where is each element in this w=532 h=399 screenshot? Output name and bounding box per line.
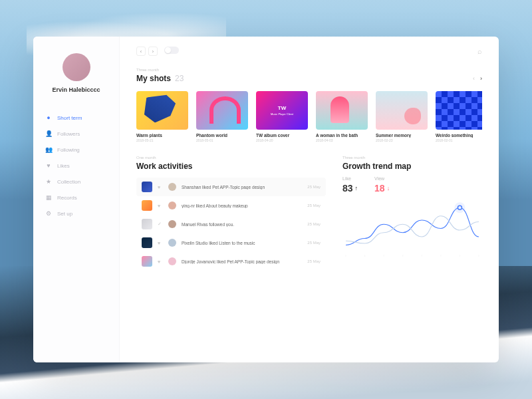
- shot-card[interactable]: Warm plants2018-05-21: [136, 91, 188, 142]
- bottom-panels: One month Work activities ♥Shanshan like…: [136, 156, 482, 271]
- sidebar-item-records[interactable]: ▦Records: [45, 190, 107, 205]
- shot-card[interactable]: Weirdo something2018-02-01: [436, 91, 482, 142]
- activity-avatar: [168, 257, 176, 265]
- shot-date: 2018-04-03: [316, 138, 368, 142]
- growth-title: Growth trend map: [342, 162, 482, 171]
- activity-text: Manuel Rivas followed you.: [182, 222, 302, 227]
- activity-date: 25 May: [307, 259, 321, 263]
- nav-icon: ♥: [45, 162, 52, 169]
- activity-date: 25 May: [307, 185, 321, 189]
- activity-text: Shanshan liked Pet APP-Topic page design: [182, 185, 302, 190]
- nav-icon: ▦: [45, 194, 52, 201]
- activity-date: 25 May: [307, 241, 321, 245]
- activity-thumb: [142, 200, 152, 211]
- activity-type-icon: ♥: [158, 259, 163, 264]
- nav: ●Short term👤Followers👥Following♥Likes★Co…: [33, 110, 119, 221]
- toggle-switch[interactable]: [164, 47, 179, 54]
- nav-label: Set up: [57, 211, 72, 217]
- nav-icon: 👤: [45, 130, 52, 137]
- activity-list: ♥Shanshan liked Pet APP-Topic page desig…: [136, 178, 326, 271]
- sidebar: Ervin Halebicccc ●Short term👤Followers👥F…: [33, 37, 120, 362]
- stat-view: View18↓: [374, 176, 390, 194]
- shot-title: Phantom world: [196, 133, 248, 138]
- activity-date: 25 May: [307, 203, 321, 207]
- activity-row[interactable]: ✓Manuel Rivas followed you.25 May: [136, 215, 326, 233]
- activities-panel: One month Work activities ♥Shanshan like…: [136, 156, 326, 271]
- sidebar-item-likes[interactable]: ♥Likes: [45, 158, 107, 174]
- sidebar-item-collection[interactable]: ★Collection: [45, 174, 107, 190]
- nav-icon: ⚙: [45, 210, 52, 217]
- activity-type-icon: ✓: [158, 221, 163, 227]
- back-button[interactable]: ‹: [136, 47, 146, 56]
- activities-period: One month: [136, 156, 326, 160]
- shot-date: 2018-02-01: [436, 138, 482, 142]
- growth-stats: Like83↑View18↓: [342, 176, 482, 194]
- shot-thumb: [196, 91, 248, 130]
- activity-type-icon: ♥: [158, 241, 163, 245]
- growth-period: Three month: [342, 156, 482, 160]
- activity-avatar: [168, 201, 176, 209]
- activity-row[interactable]: ♥ying-nr liked About beauty makeup25 May: [136, 196, 326, 215]
- activity-text: ying-nr liked About beauty makeup: [182, 203, 302, 208]
- trend-arrow-icon: ↓: [387, 185, 390, 192]
- shot-title: Weirdo something: [436, 133, 482, 138]
- stat-label: View: [374, 176, 390, 181]
- sidebar-item-short-term[interactable]: ●Short term: [45, 110, 107, 126]
- shot-thumb: [316, 91, 368, 130]
- activity-thumb: [142, 256, 152, 267]
- shots-count: 23: [175, 74, 184, 83]
- shot-thumb: [376, 91, 428, 130]
- shot-card[interactable]: Phantom world2018-05-01: [196, 91, 248, 142]
- activity-row[interactable]: ♥Djordje Jovanovic liked Pet APP-Topic p…: [136, 252, 326, 271]
- shot-card[interactable]: TWMusic Player ClientTW album cover2018-…: [256, 91, 308, 142]
- sidebar-item-followers[interactable]: 👤Followers: [45, 126, 107, 142]
- main-content: ‹ › ⌕ Three month My shots 23 ‹ › Warm p…: [120, 37, 499, 362]
- carousel-next[interactable]: ›: [480, 75, 482, 82]
- activity-row[interactable]: ♥Pixelin Studio liked Listen to the musi…: [136, 233, 326, 252]
- forward-button[interactable]: ›: [148, 47, 158, 56]
- stat-label: Like: [342, 176, 358, 181]
- sidebar-item-set-up[interactable]: ⚙Set up: [45, 205, 107, 221]
- shot-title: A woman in the bath: [316, 133, 368, 138]
- search-icon[interactable]: ⌕: [477, 47, 482, 55]
- shot-card[interactable]: A woman in the bath2018-04-03: [316, 91, 368, 142]
- nav-buttons: ‹ ›: [136, 47, 179, 56]
- nav-label: Records: [57, 195, 77, 201]
- shots-header: My shots 23 ‹ ›: [136, 74, 482, 83]
- nav-label: Followers: [57, 131, 80, 137]
- stat-like: Like83↑: [342, 176, 358, 194]
- stat-value: 18↓: [374, 183, 390, 194]
- activity-type-icon: ♥: [158, 203, 163, 208]
- shots-carousel: Warm plants2018-05-21Phantom world2018-0…: [136, 91, 482, 142]
- shot-thumb: [136, 91, 188, 130]
- activity-avatar: [168, 220, 176, 228]
- avatar[interactable]: [63, 53, 90, 81]
- nav-label: Short term: [57, 115, 82, 121]
- activity-thumb: [142, 237, 152, 248]
- nav-icon: 👥: [45, 146, 52, 153]
- growth-chart: [342, 200, 482, 257]
- trend-arrow-icon: ↑: [355, 185, 358, 192]
- shot-date: 2018-02-23: [376, 138, 428, 142]
- activity-type-icon: ♥: [158, 185, 163, 190]
- activity-thumb: [142, 182, 152, 192]
- app-window: Ervin Halebicccc ●Short term👤Followers👥F…: [33, 37, 499, 362]
- activity-avatar: [168, 239, 176, 247]
- username: Ervin Halebicccc: [52, 86, 100, 93]
- activities-title: Work activities: [136, 162, 326, 171]
- shot-date: 2018-05-21: [136, 138, 188, 142]
- activity-row[interactable]: ♥Shanshan liked Pet APP-Topic page desig…: [136, 178, 326, 196]
- carousel-prev[interactable]: ‹: [473, 75, 475, 82]
- stat-value: 83↑: [342, 183, 358, 194]
- shot-card[interactable]: Summer memory2018-02-23: [376, 91, 428, 142]
- sidebar-item-following[interactable]: 👥Following: [45, 142, 107, 158]
- carousel-nav: ‹ ›: [473, 75, 482, 82]
- topbar: ‹ › ⌕: [136, 47, 482, 56]
- shot-thumb: TWMusic Player Client: [256, 91, 308, 130]
- nav-label: Likes: [57, 163, 70, 169]
- shot-date: 2018-05-01: [196, 138, 248, 142]
- growth-panel: Three month Growth trend map Like83↑View…: [342, 156, 482, 271]
- activity-text: Djordje Jovanovic liked Pet APP-Topic pa…: [182, 259, 302, 264]
- shots-period: Three month: [136, 68, 482, 72]
- nav-label: Collection: [57, 179, 80, 185]
